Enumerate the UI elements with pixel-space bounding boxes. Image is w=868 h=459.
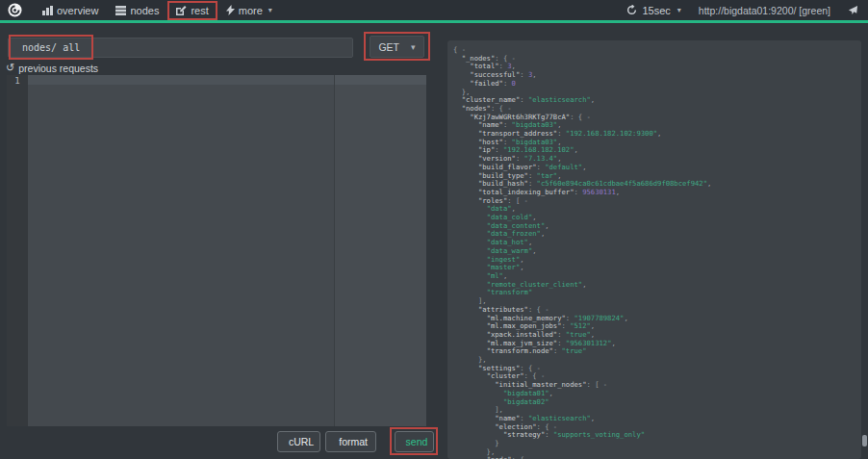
navbar: overview nodes rest more ▾ xyxy=(0,0,868,20)
response-json-line: } xyxy=(453,440,861,448)
previous-requests-toggle[interactable]: ↺ previous requests xyxy=(6,62,98,74)
editor-content[interactable] xyxy=(28,75,426,426)
navbar-left: overview nodes rest more ▾ xyxy=(0,3,279,18)
curl-button-label: cURL xyxy=(289,436,314,447)
editor-margin-zone xyxy=(335,75,426,426)
cerebro-logo-icon xyxy=(8,3,22,17)
response-json-line: "transform" xyxy=(453,289,861,297)
response-json-line: "master", xyxy=(453,264,861,272)
curl-button[interactable]: cURL xyxy=(277,431,320,452)
nav-item-label: rest xyxy=(191,5,208,16)
response-json-panel[interactable]: { - "_nodes": { - "total": 3, "successfu… xyxy=(447,40,861,459)
method-select[interactable]: GET ▾ xyxy=(370,36,424,58)
nav-item-label: more xyxy=(239,5,263,16)
editor-print-margin xyxy=(334,75,335,426)
response-json-line: "transform.node": "true" xyxy=(453,347,861,356)
refresh-icon xyxy=(626,5,637,15)
response-json-line: "bigdata02" xyxy=(453,398,861,407)
overview-chart-icon xyxy=(42,6,53,15)
more-bolt-icon xyxy=(226,5,235,15)
previous-requests-label: previous requests xyxy=(18,63,98,74)
scrollbar-thumb[interactable] xyxy=(862,435,867,446)
editor-gutter: 1 xyxy=(7,75,28,426)
accent-bar xyxy=(0,20,868,23)
chevron-down-icon: ▾ xyxy=(268,6,272,14)
nav-item-label: overview xyxy=(57,5,98,16)
format-button-label: format xyxy=(339,436,368,447)
chevron-down-icon: ▾ xyxy=(677,6,681,14)
nav-item-overview[interactable]: overview xyxy=(36,3,105,18)
nav-item-label: nodes xyxy=(130,5,159,16)
navbar-right: 15sec ▾ http://bigdata01:9200/ [green] xyxy=(626,5,868,16)
rest-pencil-icon xyxy=(176,5,187,15)
method-select-value: GET xyxy=(378,41,399,53)
response-json-line: "strategy": "supports_voting_only" xyxy=(453,431,861,440)
chevron-down-icon: ▾ xyxy=(411,42,416,52)
send-button[interactable]: send xyxy=(395,431,434,452)
request-body-editor[interactable]: 1 xyxy=(7,75,426,426)
response-json-line: "cluster_name": "elasticsearch", xyxy=(453,96,861,105)
cluster-host-status[interactable]: http://bigdata01:9200/ [green] xyxy=(699,5,830,16)
response-json-line: "failed": 0 xyxy=(453,80,861,89)
refresh-interval-value: 15sec xyxy=(642,5,670,16)
nodes-grid-icon xyxy=(115,6,126,15)
format-button[interactable]: format xyxy=(325,431,376,452)
editor-line-number: 1 xyxy=(14,76,19,86)
request-path-input[interactable] xyxy=(8,38,353,58)
send-button-label: send xyxy=(406,436,428,447)
nav-item-nodes[interactable]: nodes xyxy=(109,3,166,18)
history-icon: ↺ xyxy=(6,62,14,74)
refresh-interval-dropdown[interactable]: 15sec ▾ xyxy=(626,5,680,16)
nav-item-rest[interactable]: rest xyxy=(169,3,215,18)
nav-item-more[interactable]: more ▾ xyxy=(219,3,279,18)
pin-icon[interactable] xyxy=(848,5,858,15)
